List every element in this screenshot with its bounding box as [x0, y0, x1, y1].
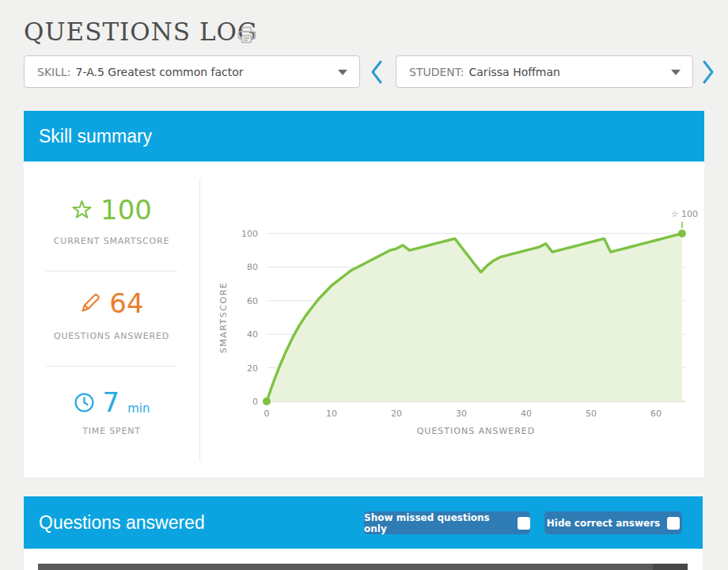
print-icon[interactable]: [237, 25, 256, 48]
show-missed-checkbox[interactable]: [518, 517, 530, 530]
skill-summary-header: Skill summary: [24, 111, 704, 162]
questions-log-page: QUESTIONS LOG SKILL: 7-A.5 Greatest comm…: [0, 0, 728, 570]
table-header-bar: [38, 564, 688, 570]
star-icon: [71, 200, 93, 220]
questions-answered-header: Questions answered Show missed questions…: [24, 496, 703, 549]
questions-answered-stat: 64: [24, 287, 199, 320]
chart-score-annotation: ☆ 100: [671, 209, 698, 228]
hide-correct-answers-label: Hide correct answers: [547, 518, 661, 529]
pencil-icon: [79, 292, 101, 314]
table-header-right-segment: [653, 564, 688, 570]
data-point-dot: [263, 397, 271, 405]
time-spent-value: 7: [103, 386, 120, 418]
x-tick-label: 0: [264, 408, 270, 419]
y-tick-label: 60: [247, 296, 258, 306]
stats-chart-divider: [199, 178, 200, 462]
smartscore-chart: 0204060801000102030405060 QUESTIONS ANSW…: [214, 194, 700, 439]
hide-correct-answers-button[interactable]: Hide correct answers: [544, 511, 682, 534]
skill-select-value: 7-A.5 Greatest common factor: [76, 66, 244, 78]
time-spent-stat: 7 min: [24, 385, 199, 420]
x-tick-label: 50: [586, 408, 597, 419]
smartscore-stat: 100: [24, 193, 199, 226]
questions-table-card: [24, 549, 703, 570]
chevron-down-icon: [671, 70, 681, 75]
questions-answered-title: Questions answered: [39, 512, 205, 534]
skill-select[interactable]: SKILL: 7-A.5 Greatest common factor: [24, 55, 360, 88]
y-tick-label: 0: [252, 397, 258, 407]
data-point-dot: [678, 230, 686, 238]
y-tick-label: 40: [247, 329, 258, 340]
y-axis-label: SMARTSCORE: [218, 282, 229, 353]
smartscore-label: CURRENT SMARTSCORE: [24, 236, 199, 246]
y-tick-label: 100: [241, 229, 258, 239]
y-tick-label: 80: [247, 262, 258, 272]
show-missed-questions-button[interactable]: Show missed questions only: [364, 511, 530, 534]
clock-icon: [74, 392, 95, 413]
skill-select-label: SKILL:: [37, 66, 71, 78]
questions-answered-value: 64: [109, 287, 143, 319]
page-title: QUESTIONS LOG: [24, 17, 258, 46]
smartscore-value: 100: [100, 194, 152, 226]
show-missed-questions-label: Show missed questions only: [364, 512, 510, 534]
hide-correct-checkbox[interactable]: [667, 517, 680, 530]
x-tick-label: 30: [456, 408, 467, 419]
questions-answered-label: QUESTIONS ANSWERED: [24, 331, 199, 341]
x-tick-label: 40: [521, 408, 532, 419]
skill-summary-card: 100 CURRENT SMARTSCORE 64 QUESTIONS ANSW…: [24, 162, 704, 477]
skill-summary-title: Skill summary: [39, 126, 152, 147]
previous-student-button[interactable]: [370, 59, 384, 88]
student-select-label: STUDENT:: [409, 66, 464, 78]
x-tick-label: 60: [650, 408, 662, 419]
divider: [46, 366, 177, 367]
next-student-button[interactable]: [701, 59, 715, 88]
x-tick-label: 10: [326, 408, 337, 419]
time-spent-unit: min: [127, 401, 150, 416]
x-tick-label: 20: [391, 408, 402, 419]
time-spent-label: TIME SPENT: [24, 426, 199, 436]
divider: [46, 271, 177, 272]
x-axis-label: QUESTIONS ANSWERED: [417, 426, 536, 436]
score-annotation-text: ☆ 100: [671, 209, 698, 219]
student-select-value: Carissa Hoffman: [469, 66, 560, 78]
y-tick-label: 20: [247, 363, 258, 374]
chevron-down-icon: [338, 70, 347, 75]
chart-area-fill: [267, 234, 682, 401]
student-select[interactable]: STUDENT: Carissa Hoffman: [396, 55, 693, 88]
